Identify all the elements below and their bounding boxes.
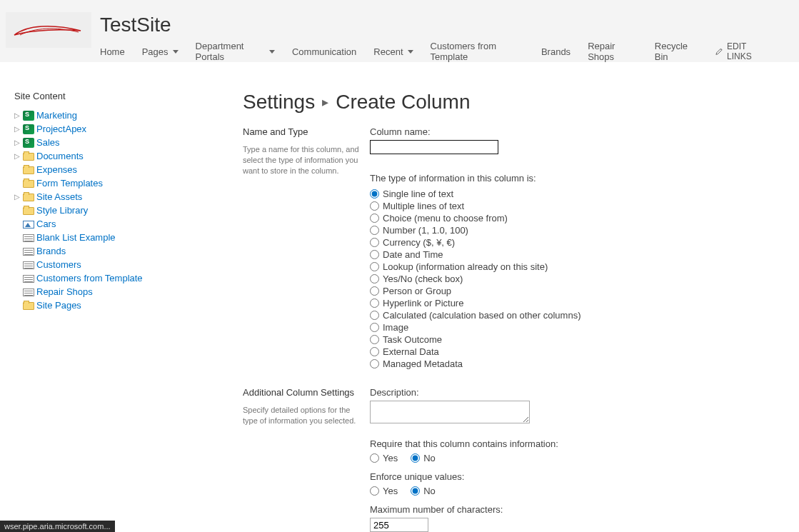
column-type-radio[interactable]	[370, 335, 379, 344]
unique-yes-option[interactable]: Yes	[370, 485, 398, 497]
column-type-radio[interactable]	[370, 274, 379, 283]
tree-item-repair-shops: Repair Shops	[14, 285, 243, 298]
column-type-label: Lookup (information already on this site…	[383, 261, 548, 272]
tree-link[interactable]: Customers	[36, 259, 81, 270]
column-type-radio[interactable]	[370, 214, 379, 223]
column-type-option[interactable]: Number (1, 1.0, 100)	[370, 224, 670, 236]
column-type-option[interactable]: Choice (menu to choose from)	[370, 212, 670, 224]
column-type-option[interactable]: Lookup (information already on this site…	[370, 261, 670, 273]
nav-item-brands[interactable]: Brands	[541, 46, 571, 57]
list-icon	[23, 234, 34, 242]
unique-yes-radio[interactable]	[370, 486, 379, 496]
tree-link[interactable]: Cars	[36, 219, 56, 229]
column-type-option[interactable]: Task Outcome	[370, 333, 670, 346]
column-type-radio[interactable]	[370, 359, 379, 368]
column-type-option[interactable]: Yes/No (check box)	[370, 273, 670, 285]
column-type-option[interactable]: Single line of text	[370, 188, 670, 200]
tree-item-blank-list-example: Blank List Example	[14, 231, 243, 244]
tree-link[interactable]: Site Pages	[36, 300, 81, 311]
list-icon	[23, 288, 34, 296]
column-type-option[interactable]: Multiple lines of text	[370, 200, 670, 212]
column-type-radio[interactable]	[370, 238, 379, 247]
column-type-option[interactable]: Calculated (calculation based on other c…	[370, 309, 670, 321]
column-type-option[interactable]: Currency ($, ¥, €)	[370, 236, 670, 249]
column-name-input[interactable]	[370, 140, 498, 154]
tree-link[interactable]: Blank List Example	[36, 232, 116, 243]
breadcrumb: Settings ▸ Create Column	[243, 91, 785, 114]
column-type-option[interactable]: Person or Group	[370, 285, 670, 297]
unique-no-option[interactable]: No	[411, 485, 436, 497]
nav-item-department-portals[interactable]: Department Portals	[196, 41, 275, 62]
column-type-option[interactable]: Date and Time	[370, 249, 670, 261]
require-no-radio[interactable]	[411, 453, 420, 463]
tree-link[interactable]: ProjectApex	[36, 124, 86, 134]
column-type-option[interactable]: Hyperlink or Picture	[370, 297, 670, 309]
section-title: Name and Type	[243, 126, 361, 137]
tree-link[interactable]: Style Library	[36, 205, 88, 216]
section-title: Additional Column Settings	[243, 387, 361, 398]
folder-icon	[23, 302, 34, 310]
column-type-radio[interactable]	[370, 262, 379, 271]
expand-icon[interactable]: ▷	[14, 152, 21, 160]
sp-icon	[23, 138, 34, 148]
pencil-icon	[715, 47, 723, 56]
column-type-label: External Data	[383, 346, 439, 357]
description-textarea[interactable]	[370, 401, 530, 423]
nav-item-recent[interactable]: Recent	[373, 46, 413, 57]
column-type-radio[interactable]	[370, 201, 379, 211]
list-icon	[23, 248, 34, 256]
nav-item-recycle-bin[interactable]: Recycle Bin	[655, 41, 698, 62]
expand-icon[interactable]: ▷	[14, 111, 21, 119]
tree-link[interactable]: Brands	[36, 246, 66, 256]
expand-icon[interactable]: ▷	[14, 139, 21, 146]
breadcrumb-root[interactable]: Settings	[243, 91, 315, 114]
chevron-down-icon	[269, 50, 275, 54]
require-yes-option[interactable]: Yes	[370, 452, 398, 464]
tree-link[interactable]: Expenses	[36, 164, 77, 175]
edit-links-button[interactable]: EDIT LINKS	[715, 41, 768, 61]
maxchars-label: Maximum number of characters:	[370, 504, 670, 515]
tree-link[interactable]: Repair Shops	[36, 286, 93, 297]
tree-item-style-library: Style Library	[14, 204, 243, 217]
unique-label: Enforce unique values:	[370, 471, 670, 482]
nav-item-communication[interactable]: Communication	[292, 46, 356, 57]
column-type-radio[interactable]	[370, 311, 379, 320]
tree-item-customers-from-template: Customers from Template	[14, 271, 243, 285]
tree-link[interactable]: Marketing	[36, 110, 77, 121]
nav-item-pages[interactable]: Pages	[142, 46, 179, 57]
column-type-radio[interactable]	[370, 323, 379, 332]
nav-item-home[interactable]: Home	[100, 46, 125, 57]
tree-link[interactable]: Customers from Template	[36, 273, 143, 283]
require-no-option[interactable]: No	[411, 452, 436, 464]
site-title[interactable]: TestSite	[100, 15, 796, 35]
column-type-radio[interactable]	[370, 226, 379, 235]
column-type-label: Person or Group	[383, 286, 451, 296]
unique-no-radio[interactable]	[411, 486, 420, 496]
folder-icon	[23, 166, 34, 174]
browser-status-bar: wser.pipe.aria.microsoft.com...	[0, 521, 115, 532]
column-name-label: Column name:	[370, 126, 670, 137]
column-type-radio[interactable]	[370, 347, 379, 356]
require-yes-radio[interactable]	[370, 453, 379, 463]
expand-icon[interactable]: ▷	[14, 125, 21, 133]
site-logo[interactable]	[6, 12, 91, 48]
column-type-option[interactable]: External Data	[370, 346, 670, 358]
tree-link[interactable]: Sales	[36, 137, 60, 148]
top-nav: HomePagesDepartment PortalsCommunication…	[100, 41, 796, 62]
column-type-radio[interactable]	[370, 250, 379, 259]
nav-item-repair-shops[interactable]: Repair Shops	[588, 41, 638, 62]
tree-item-sales: ▷Sales	[14, 136, 243, 149]
column-type-option[interactable]: Managed Metadata	[370, 358, 670, 370]
tree-link[interactable]: Documents	[36, 151, 84, 161]
column-type-radio[interactable]	[370, 189, 379, 199]
breadcrumb-leaf: Create Column	[336, 91, 470, 114]
nav-item-customers-from-template[interactable]: Customers from Template	[431, 41, 524, 62]
column-type-option[interactable]: Image	[370, 321, 670, 333]
column-type-radio[interactable]	[370, 286, 379, 296]
column-type-radio[interactable]	[370, 298, 379, 308]
tree-link[interactable]: Site Assets	[36, 191, 82, 202]
tree-item-site-pages: Site Pages	[14, 298, 243, 312]
expand-icon[interactable]: ▷	[14, 193, 21, 201]
maxchars-input[interactable]	[370, 518, 428, 532]
tree-link[interactable]: Form Templates	[36, 178, 103, 189]
